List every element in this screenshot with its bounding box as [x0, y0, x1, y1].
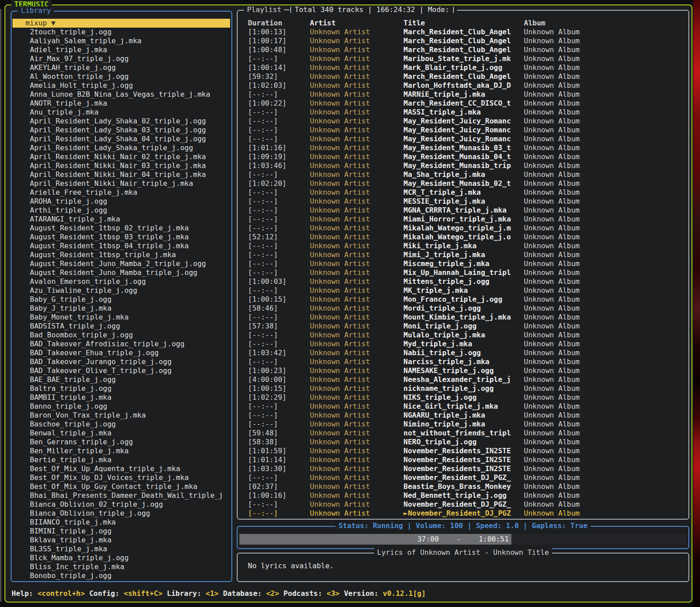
library-item[interactable]: Arthi_triple_j.ogg	[12, 206, 231, 215]
library-item[interactable]: Anu_triple_j.mka	[12, 108, 231, 117]
library-item[interactable]: Azu_Tiwaline_triple_j.ogg	[12, 286, 231, 295]
library-item[interactable]: August_Resident_1tbsp_04_triple_j.mka	[12, 242, 231, 250]
library-item[interactable]: Ben_Gerrans_triple_j.ogg	[12, 438, 231, 447]
library-item[interactable]: August_Resident_1tbsp_02_triple_j.mka	[12, 224, 231, 233]
playlist-row[interactable]: [1:00:22]Unknown ArtistMarch_Resident_CC…	[238, 99, 688, 108]
playlist-row[interactable]: [--:--]Unknown ArtistMCR_T_triple_j.mkaU…	[238, 188, 688, 197]
library-item[interactable]: Bertie_triple_j.mka	[12, 455, 231, 464]
playlist-row[interactable]: [--:--]Unknown ArtistNovember_Resident_D…	[238, 473, 688, 482]
playlist-row[interactable]: [1:01:14]Unknown ArtistNovember_Resident…	[238, 455, 688, 464]
playlist-row[interactable]: [1:01:59]Unknown ArtistNovember_Resident…	[238, 447, 688, 455]
playlist-row[interactable]: [58:38]Unknown ArtistNERO_triple_j.oggUn…	[238, 438, 688, 447]
library-item[interactable]: Ben_Miller_triple_j.mka	[12, 447, 231, 455]
library-item[interactable]: April_Resident_Lady_Shaka_03_triple_j.og…	[12, 126, 231, 135]
library-item-selected[interactable]: mixup ▼	[12, 19, 230, 28]
library-item[interactable]: BL3SS_triple_j.mka	[12, 545, 231, 554]
library-item[interactable]: Baschoe_triple_j.ogg	[12, 420, 231, 429]
playlist-row[interactable]: [1:00:48]Unknown ArtistMarch_Resident_Cl…	[238, 45, 688, 54]
playlist-row[interactable]: [--:--]Unknown ArtistMulalo_triple_j.mka…	[238, 331, 688, 340]
playlist-row[interactable]: [1:00:03]Unknown ArtistMittens_triple_j.…	[238, 277, 688, 286]
library-item[interactable]: Arielle_Free_triple_j.mka	[12, 188, 231, 197]
library-item[interactable]: April_Resident_Nikki_Nair_02_triple_j.mk…	[12, 152, 231, 161]
library-item[interactable]: AKEYLAH_triple_j.ogg	[12, 63, 231, 72]
playlist-row[interactable]: [--:--]Unknown ArtistMount_Kimbie_triple…	[238, 313, 688, 322]
library-item[interactable]: BAD_Takeover_Jurango_triple_j.ogg	[12, 357, 231, 366]
playlist-row[interactable]: [--:--]Unknown ArtistMK_triple_j.mkaUnkn…	[238, 286, 688, 295]
playlist-row[interactable]: [1:00:17]Unknown ArtistMarch_Resident_Cl…	[238, 37, 688, 45]
library-item[interactable]: Bonobo_triple_j.ogg	[12, 571, 231, 580]
library-item[interactable]: BAD_Takeover_Ehua_triple_j.ogg	[12, 349, 231, 357]
library-item[interactable]: Bklava_triple_j.mka	[12, 536, 231, 545]
library-item[interactable]: Bad_Boombox_triple_j.ogg	[12, 331, 231, 340]
playlist-row[interactable]: [--:--]Unknown ArtistMARNiE_triple_j.mka…	[238, 90, 688, 99]
library-item[interactable]: April_Resident_Lady_Shaka_02_triple_j.og…	[12, 117, 231, 126]
playlist-row[interactable]: [--:--]Unknown ArtistMimi_J_triple_j.mka…	[238, 250, 688, 259]
library-item[interactable]: Anna_Lunoe_B2B_Nina_Las_Vegas_triple_j.m…	[12, 90, 231, 99]
library-item[interactable]: Best_Of_Mix_Up_DJ_Voices_triple_j.mka	[12, 473, 231, 482]
playlist-row[interactable]: [1:03:42]Unknown ArtistNabii_triple_j.og…	[238, 349, 688, 357]
library-item[interactable]: BAE_BAE_triple_j.ogg	[12, 375, 231, 384]
library-item[interactable]: August_Resident_1tbsp_03_triple_j.mka	[12, 233, 231, 242]
library-item[interactable]: BAD_Takeover_Afrodisiac_triple_j.ogg	[12, 340, 231, 349]
playlist-row[interactable]: [57:38]Unknown ArtistMoni_triple_j.oggUn…	[238, 322, 688, 331]
playlist-row[interactable]: [--:--]Unknown ArtistMiki_triple_j.mkaUn…	[238, 242, 688, 250]
library-item[interactable]: Best_Of_Mix_Up_Guy_Contact_triple_j.mka	[12, 482, 231, 491]
playlist-row[interactable]: [58:46]Unknown ArtistMordi_triple_j.oggU…	[238, 304, 688, 313]
playlist-row[interactable]: [1:01:16]Unknown ArtistMay_Resident_Muna…	[238, 144, 688, 152]
playlist-row[interactable]: [--:--]Unknown ArtistMASSI_triple_j.mkaU…	[238, 108, 688, 117]
playlist-row[interactable]: [--:--]Unknown ArtistMay_Resident_Juicy_…	[238, 117, 688, 126]
library-item[interactable]: Al_Wootton_triple_j.ogg	[12, 72, 231, 81]
library-item[interactable]: Bhai_Bhai_Presents_Dameer_Death_Wail_tri…	[12, 491, 231, 500]
library-item[interactable]: Adiel_triple_j.mka	[12, 45, 231, 54]
library-item[interactable]: April_Resident_Nikki_Nair_04_triple_j.mk…	[12, 170, 231, 179]
library-item[interactable]: August_Resident_1tbsp_triple_j.mka	[12, 250, 231, 259]
library-item[interactable]: Amelia_Holt_triple_j.ogg	[12, 81, 231, 90]
library-item[interactable]: Baby_G_triple_j.ogg	[12, 295, 231, 304]
playlist-row[interactable]: [59:48]Unknown Artistnot_without_friends…	[238, 429, 688, 438]
library-item[interactable]: Air_Max_97_triple_j.ogg	[12, 54, 231, 63]
library-item[interactable]: Bianca_Oblivion_02_triple_j.ogg	[12, 500, 231, 509]
playlist-row[interactable]: [--:--]Unknown ArtistMGNA_CRRRTA_triple_…	[238, 206, 688, 215]
library-item[interactable]: Benwal_triple_j.mka	[12, 429, 231, 438]
library-item[interactable]: April_Resident_Nikki_Nair_03_triple_j.mk…	[12, 161, 231, 170]
library-item[interactable]: ANOTR_triple_j.mka	[12, 99, 231, 108]
library-item[interactable]: April_Resident_Lady_Shaka_04_triple_j.og…	[12, 135, 231, 144]
playlist-row[interactable]: [52:12]Unknown ArtistMikalah_Watego_trip…	[238, 233, 688, 242]
library-item[interactable]: Banno_triple_j.ogg	[12, 402, 231, 411]
progress-bar[interactable]: 37:00 - 1:00:51	[239, 534, 687, 545]
library-item[interactable]: August_Resident_Juno_Mamba_triple_j.ogg	[12, 268, 231, 277]
playlist-row[interactable]: [--:--]Unknown ArtistNimino_triple_j.mka…	[238, 420, 688, 429]
playlist-row[interactable]: [--:--]Unknown ArtistNice_Girl_triple_j.…	[238, 402, 688, 411]
playlist-row[interactable]: [1:00:13]Unknown ArtistMarch_Resident_Cl…	[238, 28, 688, 37]
library-item[interactable]: Baron_Von_Trax_triple_j.mka	[12, 411, 231, 420]
playlist-row[interactable]: [1:00:23]Unknown ArtistNAMESAKE_triple_j…	[238, 366, 688, 375]
library-item[interactable]: Avalon_Emerson_triple_j.ogg	[12, 277, 231, 286]
library-item[interactable]: April_Resident_Nikki_Nair_triple_j.mka	[12, 179, 231, 188]
playlist-row[interactable]: [--:--]Unknown ArtistNGAARU_triple_j.mka…	[238, 411, 688, 420]
library-item[interactable]: BAMBII_triple_j.mka	[12, 393, 231, 402]
playlist-row[interactable]: [1:02:20]Unknown ArtistMay_Resident_Muna…	[238, 179, 688, 188]
library-item[interactable]: BIMINI_triple_j.ogg	[12, 527, 231, 536]
playlist-row[interactable]: [59:32]Unknown ArtistMarch_Resident_Club…	[238, 72, 688, 81]
playlist-row[interactable]: [1:00:15]Unknown ArtistMon_Franco_triple…	[238, 295, 688, 304]
playlist-row[interactable]: [--:--]Unknown ArtistMiscmeg_triple_j.mk…	[238, 259, 688, 268]
playlist-row[interactable]: [--:--]Unknown ArtistMyd_triple_j.mkaUnk…	[238, 340, 688, 349]
playlist-row[interactable]: [1:02:29]Unknown ArtistNIKS_triple_j.ogg…	[238, 393, 688, 402]
library-item[interactable]: Baltra_triple_j.ogg	[12, 384, 231, 393]
playlist-row[interactable]: [02:37]Unknown ArtistBeastie_Boys_Brass_…	[238, 482, 688, 491]
playlist-row[interactable]: [1:03:46]Unknown ArtistMay_Resident_Muna…	[238, 161, 688, 170]
library-item[interactable]: Baby_J_triple_j.mka	[12, 304, 231, 313]
playlist-row[interactable]: [1:00:14]Unknown ArtistMark_Blair_triple…	[238, 63, 688, 72]
playlist-row[interactable]: [--:--]Unknown ArtistMa_Sha_triple_j.mka…	[238, 170, 688, 179]
library-item[interactable]: BIIANCO_triple_j.mka	[12, 518, 231, 527]
library-item[interactable]: April_Resident_Lady_Shaka_triple_j.ogg	[12, 144, 231, 152]
playlist-row[interactable]: [1:09:19]Unknown ArtistMay_Resident_Muna…	[238, 152, 688, 161]
playlist-row[interactable]: [1:03:30]Unknown ArtistNovember_Resident…	[238, 464, 688, 473]
playlist-row[interactable]: [--:--]Unknown ArtistMiami_Horror_triple…	[238, 215, 688, 224]
playlist-row[interactable]: [1:02:03]Unknown ArtistMarlon_Hoffstadt_…	[238, 81, 688, 90]
library-item[interactable]: AROHA_triple_j.ogg	[12, 197, 231, 206]
playlist-row[interactable]: [--:--]Unknown ArtistMaribou_State_tripl…	[238, 54, 688, 63]
playlist-row-current[interactable]: [--:--]Unknown Artist►November_Resident_…	[238, 509, 688, 518]
playlist-row[interactable]: [--:--]Unknown ArtistMikalah_Watego_trip…	[238, 224, 688, 233]
playlist-row[interactable]: [--:--]Unknown ArtistMESSIE_triple_j.mka…	[238, 197, 688, 206]
